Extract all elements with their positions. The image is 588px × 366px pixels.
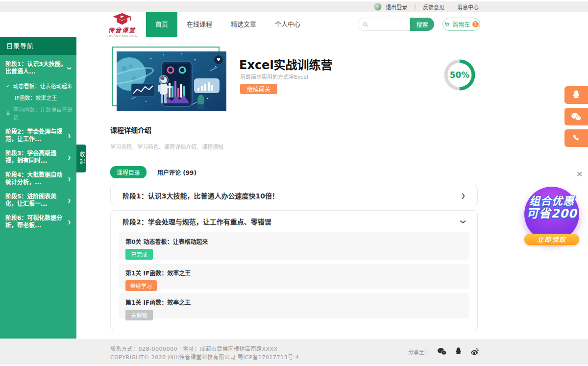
lesson-title: 第1关 IF函数：效率之王 bbox=[125, 298, 463, 306]
sidebar-stage-1[interactable]: 阶段1：认识3大技能，比普通人... ❯ bbox=[0, 61, 76, 75]
graduation-cap-icon bbox=[111, 13, 133, 25]
qq-contact-button[interactable] bbox=[564, 86, 588, 104]
logout-link[interactable]: 退出登录 bbox=[386, 3, 407, 11]
main-nav: 首页 在线课程 精选文章 个人中心 bbox=[146, 12, 310, 37]
sidebar-stage-3-label: 阶段3：学会高级透视，拥有同时... bbox=[5, 150, 67, 165]
search-input[interactable] bbox=[371, 21, 410, 28]
site-logo[interactable]: 传音课堂 CHUANYINKETANG bbox=[99, 13, 145, 37]
tab-catalog[interactable]: 课程目录 bbox=[110, 166, 147, 178]
catalog-sidebar: 目录导航 阶段1：认识3大技能，比普通人... ❯ ✓ 动态看板：让表格动起来 … bbox=[0, 37, 76, 339]
nav-item-profile[interactable]: 个人中心 bbox=[266, 12, 310, 37]
cart-label: 购物车 bbox=[452, 20, 470, 28]
chevron-right-icon: ❯ bbox=[461, 193, 466, 199]
sidebar-lesson-locked[interactable]: 查询函数：让数据自己说话 bbox=[0, 105, 76, 121]
footer-copyright: COPYRIGHT© 2020 四川传音课堂科技有限公司 蜀ICP备170177… bbox=[110, 353, 299, 362]
search-button[interactable]: 搜索 bbox=[410, 18, 434, 31]
chevron-right-icon: ❯ bbox=[67, 197, 71, 204]
lesson-status-badge: 继续学习 bbox=[125, 280, 157, 291]
cart-count-badge: 1 bbox=[472, 21, 479, 27]
chevron-down-icon: ❯ bbox=[460, 219, 466, 223]
divider bbox=[110, 180, 478, 180]
logo-subtitle: CHUANYINKETANG bbox=[102, 34, 143, 37]
sidebar-stage-5[interactable]: 阶段5：进阶图表美化，让汇报一... ❯ bbox=[0, 193, 76, 208]
lesson-row-continue[interactable]: 第1关 IF函数：效率之王 继续学习 bbox=[119, 264, 469, 289]
main-header: 传音课堂 CHUANYINKETANG 首页 在线课程 精选文章 个人中心 搜索… bbox=[0, 12, 588, 37]
weibo-share-icon[interactable] bbox=[470, 347, 480, 356]
sidebar-stage-2-label: 阶段2：学会处理与规范，让工作... bbox=[5, 128, 67, 143]
top-utility-bar: 退出登录 | 反馈意见 消息中心 bbox=[0, 1, 588, 12]
sidebar-collapse-tab[interactable]: 收起 bbox=[76, 145, 86, 172]
lesson-row-completed[interactable]: 第0关 动态看板：让表格动起来 已完成 bbox=[119, 232, 469, 260]
chevron-down-icon: ❯ bbox=[66, 66, 73, 70]
logo-title: 传音课堂 bbox=[99, 25, 145, 34]
tab-comments[interactable]: 用户评论 (99) bbox=[157, 168, 196, 176]
chevron-right-icon: ❯ bbox=[67, 219, 71, 225]
sidebar-lesson-locked-label: 查询函数：让数据自己说话 bbox=[13, 105, 76, 121]
sidebar-stage-1-label: 阶段1：认识3大技能，比普通人... bbox=[5, 61, 67, 75]
continue-button[interactable]: 继续闯关 bbox=[240, 84, 277, 94]
chevron-right-icon: ❯ bbox=[67, 175, 71, 182]
heart-icon: ♥ bbox=[217, 57, 220, 62]
sidebar-lesson-current[interactable]: IF函数：效率之王 bbox=[0, 94, 76, 101]
nav-item-articles[interactable]: 精选文章 bbox=[221, 12, 266, 37]
sidebar-stage-5-label: 阶段5：进阶图表美化，让汇报一... bbox=[5, 193, 67, 208]
search-bar: 搜索 bbox=[358, 18, 434, 31]
share-bar: 分享至： bbox=[408, 347, 480, 356]
accordion-stage-2-header[interactable]: 阶段2：学会处理与规范，让工作有重点、零错误 ❯ bbox=[111, 211, 477, 232]
share-label: 分享至： bbox=[408, 348, 430, 356]
sidebar-title: 目录导航 bbox=[0, 37, 76, 55]
cart-icon bbox=[444, 21, 450, 27]
sidebar-stage-6-label: 阶段6：可视化数据分析，帮老板... bbox=[5, 215, 67, 229]
nav-item-courses[interactable]: 在线课程 bbox=[177, 12, 221, 37]
sidebar-lesson-current-label: IF函数：效率之王 bbox=[15, 94, 57, 101]
phone-contact-button[interactable] bbox=[564, 129, 588, 147]
favorite-button[interactable]: ♥ bbox=[214, 55, 223, 64]
chevron-right-icon: ❯ bbox=[67, 132, 71, 139]
topbar-divider: | bbox=[414, 3, 416, 10]
course-page: 退出登录 | 反馈意见 消息中心 传音课堂 CHUANYINKETANG 首页 … bbox=[0, 0, 588, 366]
sidebar-stage-3[interactable]: 阶段3：学会高级透视，拥有同时... ❯ bbox=[0, 150, 76, 165]
sidebar-stage-4-label: 阶段4：大批数据自动统计分析，... bbox=[5, 171, 67, 186]
progress-percent: 50% bbox=[441, 57, 478, 93]
footer-contact: 联系方式：028-0000000 地址：成都市武侯区槐树店南路XXXX bbox=[110, 345, 299, 353]
lesson-title: 第1关 IF函数：效率之王 bbox=[125, 268, 463, 277]
nav-item-home[interactable]: 首页 bbox=[146, 12, 177, 37]
lock-icon bbox=[6, 111, 10, 116]
promo-close-button[interactable]: ✕ bbox=[576, 170, 583, 179]
search-input-box bbox=[358, 18, 410, 31]
content-tabs: 课程目录 用户评论 (99) bbox=[110, 166, 196, 178]
sidebar-stage-4[interactable]: 阶段4：大批数据自动统计分析，... ❯ bbox=[0, 171, 76, 186]
search-icon bbox=[363, 22, 368, 27]
wechat-share-icon[interactable] bbox=[437, 347, 447, 356]
accordion-stage-2: 阶段2：学会处理与规范，让工作有重点、零错误 ❯ 第0关 动态看板：让表格动起来… bbox=[110, 210, 478, 330]
course-illustration bbox=[117, 51, 226, 111]
sidebar-stage-2[interactable]: 阶段2：学会处理与规范，让工作... ❯ bbox=[0, 128, 76, 143]
wechat-contact-button[interactable] bbox=[564, 108, 588, 125]
page-footer: 联系方式：028-0000000 地址：成都市武侯区槐树店南路XXXX COPY… bbox=[0, 339, 588, 365]
sidebar-stage-6[interactable]: 阶段6：可视化数据分析，帮老板... ❯ bbox=[0, 215, 76, 229]
feedback-link[interactable]: 反馈意见 bbox=[423, 3, 444, 11]
user-avatar[interactable] bbox=[374, 3, 382, 11]
progress-ring: 50% bbox=[441, 57, 478, 93]
lesson-status-badge: 已完成 bbox=[125, 249, 153, 260]
promo-claim-button[interactable]: 立即领取 bbox=[524, 234, 579, 245]
lesson-status-badge: 未解锁 bbox=[125, 310, 153, 320]
check-icon: ✓ bbox=[6, 83, 10, 89]
detail-heading: 课程详细介绍 bbox=[110, 125, 151, 135]
sidebar-lesson-done[interactable]: ✓ 动态看板：让表格动起来 bbox=[0, 82, 76, 90]
accordion-stage-1-header[interactable]: 阶段1：认识3大技能，比普通人办公速度快10倍！ ❯ bbox=[111, 185, 477, 206]
accordion-stage-1-title: 阶段1：认识3大技能，比普通人办公速度快10倍！ bbox=[122, 191, 279, 200]
close-icon: ✕ bbox=[576, 170, 583, 179]
course-title: Excel实战训练营 bbox=[239, 55, 333, 73]
qq-share-icon[interactable] bbox=[454, 347, 463, 356]
accordion-stage-2-title: 阶段2：学会处理与规范，让工作有重点、零错误 bbox=[122, 217, 271, 226]
lesson-row-locked[interactable]: 第1关 IF函数：效率之王 未解锁 bbox=[119, 293, 469, 318]
course-cover-image[interactable] bbox=[117, 51, 226, 111]
cart-button[interactable]: 购物车 1 bbox=[442, 18, 480, 31]
wechat-icon bbox=[571, 112, 582, 122]
chevron-right-icon: ❯ bbox=[67, 154, 71, 161]
message-center-link[interactable]: 消息中心 bbox=[457, 3, 479, 11]
accordion-stage-1: 阶段1：认识3大技能，比普通人办公速度快10倍！ ❯ bbox=[110, 185, 478, 205]
phone-icon bbox=[572, 134, 581, 143]
course-subtitle: 用最简单实用的方式学Excel bbox=[240, 73, 308, 80]
